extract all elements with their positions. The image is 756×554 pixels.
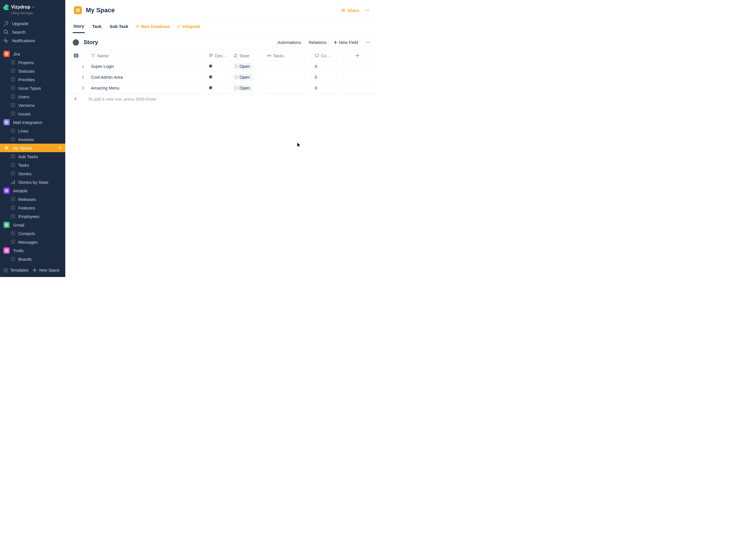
space-child[interactable]: Projects	[0, 58, 65, 67]
cell-description[interactable]	[206, 61, 230, 71]
tab-subtask[interactable]: Sub Task	[109, 20, 129, 33]
grid-icon	[11, 231, 15, 236]
add-column-button[interactable]	[337, 50, 378, 61]
tab-task[interactable]: Task	[92, 20, 102, 33]
nav-notifications-label: Notifications	[12, 38, 35, 43]
nav-search[interactable]: Search	[0, 27, 65, 36]
space-child-label: Versions	[18, 103, 35, 108]
plus-icon	[136, 25, 139, 28]
row-index: 1	[65, 61, 88, 71]
app-logo-icon	[3, 4, 9, 10]
new-field-button[interactable]: New Field	[334, 40, 358, 45]
space-child[interactable]: Invoices	[0, 135, 65, 144]
space-child-label: Priorities	[18, 77, 35, 82]
add-row[interactable]: To add a new row, press Shift+Enter	[65, 94, 378, 104]
description-icon	[209, 53, 213, 58]
footer-templates[interactable]: Templates	[3, 268, 29, 272]
database-color-dot[interactable]	[73, 39, 79, 46]
space-child[interactable]: Lines	[0, 126, 65, 135]
cell-tasks[interactable]	[264, 61, 312, 71]
share-icon	[341, 8, 346, 12]
cell-name[interactable]: Super Login	[88, 61, 206, 71]
cell-tasks[interactable]	[264, 72, 312, 82]
space-child[interactable]: Employees	[0, 212, 65, 221]
database-more-button[interactable]	[366, 40, 371, 45]
automations-button[interactable]: Automations	[277, 40, 301, 45]
cell-name[interactable]: Cool Admin Area	[88, 72, 206, 82]
space-child[interactable]: Issues	[0, 109, 65, 118]
cell-comments[interactable]: 0	[312, 61, 337, 71]
space-child[interactable]: Statuses	[0, 67, 65, 75]
space-child[interactable]: Contacts	[0, 229, 65, 238]
space-child[interactable]: Stories by State	[0, 178, 65, 186]
space-label: Trello	[13, 248, 24, 253]
cycle-icon	[233, 53, 238, 58]
workspace-switcher[interactable]: Vizydrop	[0, 0, 65, 11]
cell-tasks[interactable]	[264, 82, 312, 93]
space-child[interactable]: Priorities	[0, 75, 65, 84]
space-child[interactable]: Boards	[0, 255, 65, 263]
cell-comments[interactable]: 0	[312, 72, 337, 82]
cell-comments[interactable]: 0	[312, 82, 337, 93]
space-child[interactable]: Sub Tasks	[0, 152, 65, 161]
workspace-name: Vizydrop	[11, 5, 30, 10]
space-myspace[interactable]: My Space	[0, 144, 65, 152]
space-child[interactable]: Stories	[0, 169, 65, 178]
new-database-button[interactable]: New Database	[136, 24, 170, 29]
space-label: My Space	[13, 146, 32, 151]
grid-icon	[11, 60, 15, 65]
table-row[interactable]: 3Amazing MenuOpen0	[65, 82, 378, 94]
space-child-label: Sub Tasks	[18, 154, 38, 159]
tab-label: Task	[92, 24, 102, 29]
cell-description[interactable]	[206, 72, 230, 82]
space-badge-icon	[3, 247, 10, 254]
nav-notifications[interactable]: Notifications	[0, 36, 65, 45]
plus-icon	[356, 54, 360, 58]
relations-button[interactable]: Relations	[309, 40, 327, 45]
grid-icon	[11, 214, 15, 219]
cell-state[interactable]: Open	[230, 72, 264, 82]
col-tasks[interactable]: Tasks	[264, 50, 312, 61]
grid-icon	[11, 154, 15, 159]
page-more-button[interactable]	[364, 8, 370, 12]
space-gmail[interactable]: Gmail	[0, 221, 65, 229]
footer-new-space[interactable]: New Space	[33, 268, 60, 272]
col-state[interactable]: State	[230, 50, 264, 61]
space-child[interactable]: Features	[0, 204, 65, 212]
plus-icon[interactable]	[58, 146, 62, 150]
col-name[interactable]: Name	[88, 50, 206, 61]
plus-icon	[33, 268, 37, 272]
cell-trailing	[337, 61, 378, 71]
database-title[interactable]: Story	[84, 39, 98, 46]
space-child[interactable]: Messages	[0, 238, 65, 246]
col-select[interactable]: S	[65, 50, 88, 61]
space-child[interactable]: Tasks	[0, 161, 65, 169]
link-icon	[177, 24, 181, 29]
space-trello[interactable]: Trello	[0, 246, 65, 255]
space-jira[interactable]: Jira	[0, 50, 65, 58]
space-child[interactable]: Releases	[0, 195, 65, 204]
space-child[interactable]: Versions	[0, 101, 65, 109]
table-row[interactable]: 2Cool Admin AreaOpen0	[65, 72, 378, 82]
bars-icon	[11, 180, 15, 184]
cell-description[interactable]	[206, 82, 230, 93]
tab-story[interactable]: Story	[73, 20, 85, 33]
space-airtable[interactable]: Airtable	[0, 186, 65, 195]
space-mail[interactable]: Mail Integration	[0, 118, 65, 126]
space-child[interactable]: Issue Types	[0, 84, 65, 92]
integrate-button[interactable]: Integrate	[177, 24, 200, 29]
cell-state[interactable]: Open	[230, 82, 264, 93]
table-row[interactable]: 1Super LoginOpen0	[65, 61, 378, 72]
more-icon	[366, 40, 371, 45]
rocket-icon	[3, 21, 8, 26]
col-comments[interactable]: Comm...	[312, 50, 337, 61]
col-description[interactable]: Descri...	[206, 50, 230, 61]
share-button[interactable]: Share	[341, 8, 359, 13]
space-child[interactable]: Users	[0, 92, 65, 101]
grid-icon	[11, 128, 15, 133]
nav-upgrade[interactable]: Upgrade	[0, 19, 65, 27]
cell-name[interactable]: Amazing Menu	[88, 82, 206, 93]
new-database-label: New Database	[141, 24, 170, 29]
table-header-row: S Name Descri... State Tasks	[65, 50, 378, 61]
cell-state[interactable]: Open	[230, 61, 264, 71]
